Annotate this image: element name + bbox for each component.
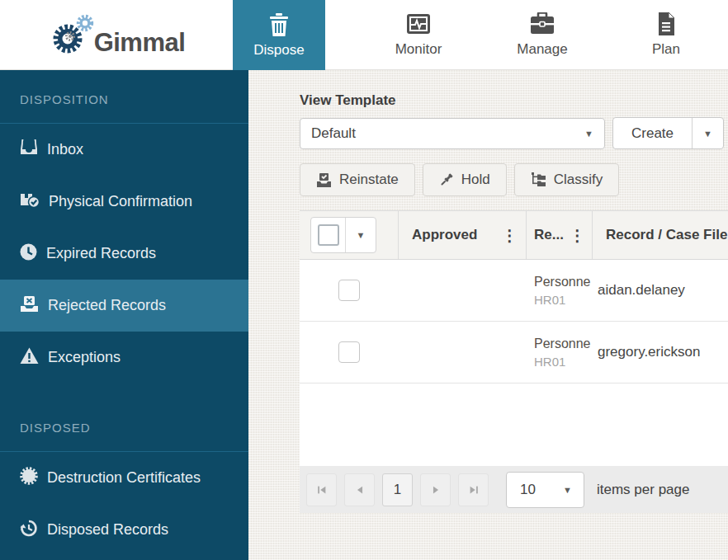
sidebar-item-expired-records[interactable]: Expired Records — [0, 228, 248, 280]
select-all-checkbox[interactable] — [318, 224, 339, 246]
tab-label: Monitor — [395, 41, 442, 58]
sidebar-section-disposed: DISPOSED — [0, 384, 248, 452]
seal-icon — [20, 467, 38, 489]
tab-dispose[interactable]: Dispose — [233, 0, 325, 71]
view-template-label: View Template — [300, 92, 728, 109]
hold-button[interactable]: Hold — [423, 163, 507, 196]
create-button-label: Create — [631, 125, 674, 142]
sidebar-item-rejected-records[interactable]: Rejected Records — [0, 280, 248, 332]
logo-area: Gimmal — [0, 0, 233, 70]
page-size-value: 10 — [520, 482, 536, 498]
chevron-down-icon: ▼ — [357, 230, 366, 240]
gimmal-logo: Gimmal — [48, 12, 186, 59]
sidebar-item-label: Expired Records — [46, 245, 156, 262]
previous-page-icon — [354, 484, 366, 496]
top-navigation-bar: Gimmal Dispose — [0, 0, 728, 70]
sidebar-item-disposed-records[interactable]: Disposed Records — [0, 504, 248, 556]
row-checkbox[interactable] — [338, 341, 360, 363]
gavel-icon — [439, 172, 454, 187]
template-select[interactable]: Default ▼ — [300, 118, 605, 149]
create-dropdown-button[interactable]: ▼ — [693, 118, 723, 148]
create-button[interactable]: Create — [613, 118, 693, 148]
create-split-button: Create ▼ — [612, 117, 724, 149]
monitor-icon — [406, 12, 431, 35]
tab-plan[interactable]: Plan — [604, 0, 728, 70]
last-page-button[interactable] — [458, 473, 489, 506]
previous-page-button[interactable] — [344, 473, 375, 506]
chevron-down-icon: ▼ — [563, 485, 572, 495]
briefcase-icon — [530, 12, 555, 35]
sidebar-item-label: Disposed Records — [47, 521, 168, 539]
first-page-icon — [316, 484, 328, 496]
select-all-group: ▼ — [310, 217, 376, 253]
column-menu-icon[interactable]: ⋮ — [500, 226, 519, 245]
chevron-down-icon: ▼ — [703, 129, 712, 139]
records-table: ▼ Approved ⋮ Re... ⋮ Record / Case File — [300, 210, 728, 466]
record-name-cell: aidan.delaney — [593, 282, 728, 299]
action-toolbar: Reinstate Hold — [300, 163, 728, 196]
first-page-button[interactable] — [306, 473, 337, 506]
tab-monitor[interactable]: Monitor — [357, 0, 480, 70]
record-series-cell: Personne HR01 — [527, 336, 593, 369]
chevron-down-icon: ▼ — [584, 129, 593, 139]
table-row[interactable]: Personne HR01 aidan.delaney — [300, 260, 728, 322]
warning-icon — [20, 347, 39, 369]
clock-icon — [20, 243, 37, 265]
box-check-icon — [20, 191, 40, 212]
table-empty-area — [300, 384, 728, 466]
document-icon — [656, 12, 676, 35]
table-row[interactable]: Personne HR01 gregory.erickson — [300, 322, 728, 384]
classify-button-label: Classify — [554, 172, 603, 188]
sidebar-item-exceptions[interactable]: Exceptions — [0, 332, 248, 384]
main-content: View Template Default ▼ Create ▼ — [248, 70, 728, 560]
reinstate-button-label: Reinstate — [339, 172, 399, 188]
column-menu-icon[interactable]: ⋮ — [568, 226, 587, 245]
inbox-icon — [20, 139, 38, 160]
template-select-value: Default — [311, 125, 356, 142]
tab-label: Manage — [517, 41, 567, 58]
tab-manage[interactable]: Manage — [480, 0, 604, 70]
inbox-x-icon — [20, 295, 39, 317]
sidebar: DISPOSITION Inbox Physical Confirmation — [0, 70, 248, 560]
record-name-cell: gregory.erickson — [593, 344, 728, 360]
page-size-select[interactable]: 10 ▼ — [506, 472, 584, 508]
sidebar-section-disposition: DISPOSITION — [0, 70, 248, 124]
header-select-cell: ▼ — [300, 211, 399, 259]
tab-label: Plan — [652, 41, 680, 58]
sidebar-item-label: Inbox — [47, 141, 83, 158]
next-page-icon — [430, 484, 442, 496]
nav-tabs: Dispose Monitor — [233, 0, 728, 70]
select-menu-button[interactable]: ▼ — [345, 218, 376, 252]
reinstate-button[interactable]: Reinstate — [300, 163, 415, 196]
sidebar-item-inbox[interactable]: Inbox — [0, 124, 248, 176]
column-header-record-case-file[interactable]: Record / Case File — [593, 211, 728, 259]
page-number-button[interactable]: 1 — [382, 473, 413, 506]
sidebar-item-label: Rejected Records — [48, 297, 166, 314]
history-icon — [20, 520, 38, 541]
folder-tree-icon — [531, 172, 546, 187]
classify-button[interactable]: Classify — [514, 163, 620, 196]
inbox-check-icon — [316, 173, 332, 187]
table-header-row: ▼ Approved ⋮ Re... ⋮ Record / Case File — [300, 210, 728, 260]
sidebar-item-physical-confirmation[interactable]: Physical Confirmation — [0, 176, 248, 228]
next-page-button[interactable] — [420, 473, 451, 506]
pagination-bar: 1 10 ▼ items per page — [300, 466, 728, 513]
hold-button-label: Hold — [461, 172, 490, 188]
gimmal-app: Gimmal Dispose — [0, 0, 728, 560]
last-page-icon — [468, 484, 480, 496]
record-series-cell: Personne HR01 — [527, 275, 593, 307]
column-header-approved[interactable]: Approved ⋮ — [399, 211, 527, 259]
sidebar-item-destruction-certificates[interactable]: Destruction Certificates — [0, 452, 248, 504]
trash-icon — [268, 13, 290, 36]
view-template-row: Default ▼ Create ▼ — [300, 117, 728, 149]
tab-label: Dispose — [253, 42, 304, 59]
sidebar-item-label: Destruction Certificates — [47, 469, 201, 487]
sidebar-item-label: Physical Confirmation — [49, 193, 192, 210]
gimmal-gears-icon — [48, 12, 99, 59]
brand-name: Gimmal — [94, 30, 186, 55]
sidebar-item-label: Exceptions — [48, 349, 121, 366]
column-header-record-series[interactable]: Re... ⋮ — [527, 211, 593, 259]
items-per-page-label: items per page — [597, 482, 689, 498]
row-checkbox[interactable] — [338, 280, 360, 301]
